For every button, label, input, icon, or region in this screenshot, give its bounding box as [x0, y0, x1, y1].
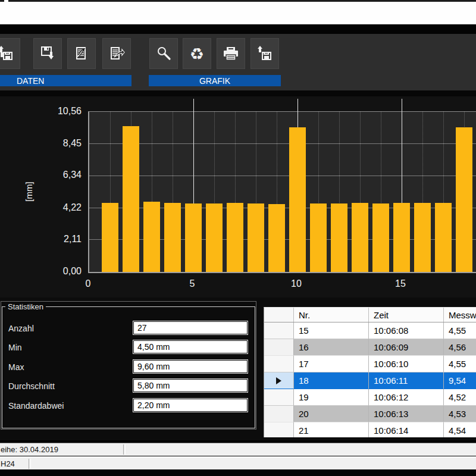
table-row[interactable]: 2110:06:144,54 — [264, 422, 476, 437]
measurement-chart: [mm] 0,002,114,226,348,4510,56051015 — [0, 96, 476, 298]
table-row[interactable]: 2010:06:134,53 — [264, 406, 476, 422]
status-separator — [29, 459, 31, 469]
chart-bar — [372, 203, 389, 272]
export-document-icon — [108, 45, 125, 62]
table-row[interactable]: 1510:06:084,55 — [264, 322, 476, 339]
magnifier-icon — [155, 45, 172, 62]
chart-bar — [102, 203, 118, 272]
status-separator — [123, 444, 126, 455]
status-bar-2: H24 — [0, 456, 476, 470]
chart-bar — [143, 202, 160, 272]
table-cell[interactable]: 10:06:11 — [369, 372, 444, 389]
row-selector-cell[interactable] — [264, 422, 294, 437]
chart-bar — [164, 203, 181, 272]
row-selector-cell[interactable] — [264, 339, 294, 356]
standardabwei-field[interactable] — [134, 399, 247, 411]
table-cell[interactable]: 9,54 — [444, 372, 476, 389]
table-cell[interactable]: 18 — [294, 372, 369, 389]
y-axis-tick-label: 10,56 — [46, 106, 82, 117]
standardabwei-field-frame — [133, 398, 248, 412]
y-axis-tick-label: 0,00 — [46, 266, 82, 277]
min-field-frame — [133, 340, 248, 354]
y-axis-tick-label: 2,11 — [46, 234, 82, 245]
max-label: Max — [8, 362, 24, 372]
table-cell[interactable]: 4,53 — [444, 406, 476, 422]
max-field[interactable] — [134, 361, 247, 372]
table-cell[interactable]: 10:06:08 — [369, 322, 444, 339]
table-cell[interactable]: 4,54 — [444, 422, 476, 437]
table-cell[interactable]: 4,55 — [444, 356, 476, 372]
durchschnitt-label: Durchschnitt — [8, 381, 55, 391]
table-cell[interactable]: 10:06:12 — [369, 389, 444, 406]
y-axis-tick-label: 4,22 — [46, 202, 82, 213]
table-header-row: Nr.ZeitMesswert — [264, 308, 476, 322]
min-label: Min — [8, 343, 22, 352]
divider-strip — [0, 24, 476, 34]
chart-bar — [185, 203, 202, 272]
row-selector-header[interactable] — [264, 308, 294, 322]
app-window: ♻ — [0, 0, 476, 476]
column-header[interactable]: Messwert — [444, 308, 476, 322]
chart-bar — [206, 203, 223, 272]
durchschnitt-field[interactable] — [134, 380, 247, 392]
table-cell[interactable]: 10:06:14 — [369, 422, 444, 437]
table-cell[interactable]: 10:06:13 — [369, 406, 444, 422]
import-data-button[interactable] — [67, 38, 96, 69]
table-row[interactable]: 1910:06:124,52 — [264, 389, 476, 406]
table-cell[interactable]: 4,56 — [444, 339, 476, 356]
export-data-button[interactable] — [102, 38, 131, 69]
table-cell[interactable]: 4,55 — [444, 322, 476, 339]
table-row[interactable]: 1610:06:094,56 — [264, 339, 476, 356]
chart-bar — [268, 204, 285, 272]
x-axis-tick-label: 0 — [79, 278, 97, 289]
load-data-button[interactable] — [0, 38, 20, 69]
load-from-disk-icon — [0, 45, 14, 62]
chart-hgridline — [89, 143, 476, 144]
x-axis-tick-label: 10 — [287, 278, 305, 289]
table-cell[interactable]: 10:06:10 — [369, 356, 444, 372]
group-label-grafik: GRAFIK — [149, 75, 281, 86]
max-field-frame — [133, 359, 248, 374]
table-cell[interactable]: 19 — [294, 389, 369, 406]
table-row[interactable]: 1810:06:119,54 — [264, 372, 476, 389]
table-row[interactable]: 1710:06:104,55 — [264, 356, 476, 372]
toolbar: ♻ — [0, 34, 476, 90]
table-cell[interactable]: 15 — [294, 322, 369, 339]
measurement-table[interactable]: Nr.ZeitMesswert1510:06:084,551610:06:094… — [264, 307, 476, 437]
title-bar — [0, 2, 476, 24]
refresh-button[interactable]: ♻ — [183, 38, 211, 69]
load-from-disk-icon — [256, 45, 273, 62]
table-cell[interactable]: 20 — [294, 406, 369, 422]
y-axis-tick-label: 6,34 — [46, 170, 82, 180]
column-header[interactable]: Zeit — [369, 308, 444, 322]
table-cell[interactable]: 16 — [294, 339, 369, 356]
anzahl-field[interactable] — [134, 322, 247, 334]
column-header[interactable]: Nr. — [294, 308, 369, 322]
group-label-daten: DATEN — [0, 75, 131, 86]
import-document-icon — [73, 45, 90, 62]
chart-bar — [248, 203, 264, 272]
row-selector-cell[interactable] — [264, 406, 294, 422]
save-graphic-button[interactable] — [250, 38, 279, 69]
current-row-arrow-icon — [276, 377, 281, 384]
row-selector-cell[interactable] — [264, 322, 294, 339]
chart-bar — [227, 203, 243, 272]
save-data-button[interactable] — [33, 38, 62, 69]
printer-icon — [222, 45, 240, 62]
table-cell[interactable]: 10:06:09 — [369, 339, 444, 356]
row-selector-cell[interactable] — [264, 372, 294, 389]
chart-bar — [435, 203, 452, 272]
min-field[interactable] — [134, 341, 247, 353]
chart-bar — [123, 126, 139, 272]
chart-hgridline — [89, 176, 476, 176]
save-to-disk-icon — [39, 45, 56, 62]
table-cell[interactable]: 21 — [294, 422, 369, 437]
row-selector-cell[interactable] — [264, 356, 294, 372]
table-cell[interactable]: 17 — [294, 356, 369, 372]
zoom-button[interactable] — [149, 38, 178, 69]
print-button[interactable] — [217, 38, 245, 69]
anzahl-field-frame — [133, 321, 248, 335]
table-cell[interactable]: 4,52 — [444, 389, 476, 406]
row-selector-cell[interactable] — [264, 389, 294, 406]
statistics-groupbox: Statistiken Anzahl Min Max Durchschnitt — [2, 302, 255, 428]
